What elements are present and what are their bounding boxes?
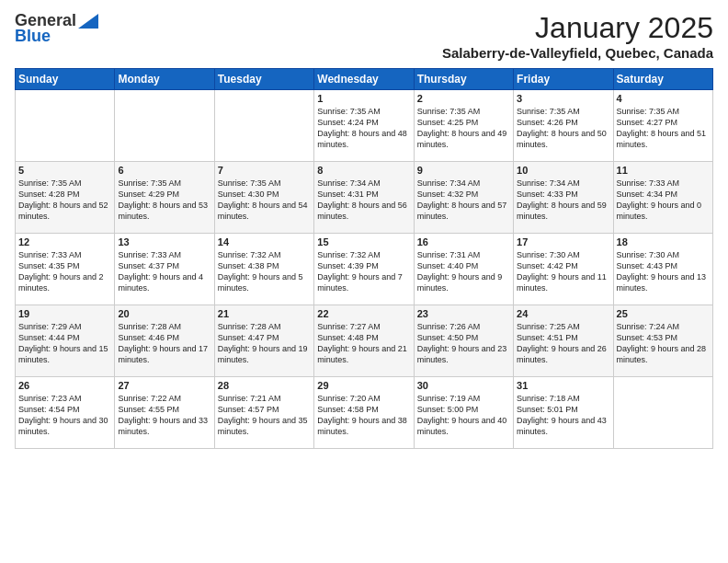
day-header-wednesday: Wednesday <box>314 69 414 90</box>
day-number: 27 <box>118 380 210 391</box>
day-header-friday: Friday <box>514 69 613 90</box>
day-number: 21 <box>218 308 311 319</box>
day-number: 31 <box>517 380 609 391</box>
calendar-cell: 9Sunrise: 7:34 AM Sunset: 4:32 PM Daylig… <box>414 162 513 234</box>
calendar-cell: 23Sunrise: 7:26 AM Sunset: 4:50 PM Dayli… <box>414 305 513 377</box>
day-number: 23 <box>417 308 510 319</box>
day-number: 17 <box>517 236 609 247</box>
day-number: 4 <box>617 93 710 104</box>
day-number: 5 <box>18 165 111 176</box>
logo-blue: Blue <box>15 27 51 46</box>
cell-content: Sunrise: 7:33 AM Sunset: 4:35 PM Dayligh… <box>18 250 106 293</box>
day-number: 9 <box>417 165 510 176</box>
cell-content: Sunrise: 7:18 AM Sunset: 5:01 PM Dayligh… <box>517 394 609 436</box>
calendar-cell: 21Sunrise: 7:28 AM Sunset: 4:47 PM Dayli… <box>214 305 313 377</box>
cell-content: Sunrise: 7:34 AM Sunset: 4:33 PM Dayligh… <box>517 178 609 221</box>
day-number: 11 <box>617 165 710 176</box>
month-title: January 2025 <box>442 11 713 45</box>
calendar-cell: 26Sunrise: 7:23 AM Sunset: 4:54 PM Dayli… <box>16 377 115 449</box>
header: General Blue January 2025 Salaberry-de-V… <box>15 11 713 61</box>
day-number: 28 <box>218 380 311 391</box>
day-number: 24 <box>517 308 609 319</box>
calendar-cell <box>16 90 115 162</box>
cell-content: Sunrise: 7:33 AM Sunset: 4:34 PM Dayligh… <box>617 178 704 221</box>
week-row: 26Sunrise: 7:23 AM Sunset: 4:54 PM Dayli… <box>16 377 713 449</box>
cell-content: Sunrise: 7:35 AM Sunset: 4:29 PM Dayligh… <box>118 178 210 221</box>
calendar-cell: 1Sunrise: 7:35 AM Sunset: 4:24 PM Daylig… <box>314 90 414 162</box>
calendar-cell <box>115 90 214 162</box>
cell-content: Sunrise: 7:34 AM Sunset: 4:31 PM Dayligh… <box>317 178 409 221</box>
day-number: 15 <box>317 236 410 247</box>
cell-content: Sunrise: 7:35 AM Sunset: 4:26 PM Dayligh… <box>517 107 609 149</box>
calendar-cell: 11Sunrise: 7:33 AM Sunset: 4:34 PM Dayli… <box>613 162 712 234</box>
calendar-cell: 31Sunrise: 7:18 AM Sunset: 5:01 PM Dayli… <box>514 377 613 449</box>
calendar-cell: 12Sunrise: 7:33 AM Sunset: 4:35 PM Dayli… <box>16 234 115 305</box>
calendar-cell: 20Sunrise: 7:28 AM Sunset: 4:46 PM Dayli… <box>115 305 214 377</box>
cell-content: Sunrise: 7:25 AM Sunset: 4:51 PM Dayligh… <box>517 322 609 364</box>
header-row: SundayMondayTuesdayWednesdayThursdayFrid… <box>16 69 713 90</box>
cell-content: Sunrise: 7:34 AM Sunset: 4:32 PM Dayligh… <box>417 178 509 221</box>
day-number: 18 <box>617 236 710 247</box>
cell-content: Sunrise: 7:24 AM Sunset: 4:53 PM Dayligh… <box>617 322 709 364</box>
calendar-cell: 28Sunrise: 7:21 AM Sunset: 4:57 PM Dayli… <box>214 377 313 449</box>
calendar-table: SundayMondayTuesdayWednesdayThursdayFrid… <box>15 68 713 449</box>
calendar-cell: 19Sunrise: 7:29 AM Sunset: 4:44 PM Dayli… <box>16 305 115 377</box>
week-row: 5Sunrise: 7:35 AM Sunset: 4:28 PM Daylig… <box>16 162 713 234</box>
day-number: 14 <box>218 236 311 247</box>
day-number: 25 <box>617 308 710 319</box>
cell-content: Sunrise: 7:35 AM Sunset: 4:28 PM Dayligh… <box>18 178 110 221</box>
calendar-cell: 8Sunrise: 7:34 AM Sunset: 4:31 PM Daylig… <box>314 162 414 234</box>
cell-content: Sunrise: 7:28 AM Sunset: 4:47 PM Dayligh… <box>218 322 310 364</box>
cell-content: Sunrise: 7:35 AM Sunset: 4:30 PM Dayligh… <box>218 178 310 221</box>
calendar-cell: 7Sunrise: 7:35 AM Sunset: 4:30 PM Daylig… <box>214 162 313 234</box>
calendar-cell: 13Sunrise: 7:33 AM Sunset: 4:37 PM Dayli… <box>115 234 214 305</box>
day-number: 8 <box>317 165 410 176</box>
day-number: 22 <box>317 308 410 319</box>
day-number: 20 <box>118 308 210 319</box>
title-block: January 2025 Salaberry-de-Valleyfield, Q… <box>442 11 713 61</box>
calendar-cell: 14Sunrise: 7:32 AM Sunset: 4:38 PM Dayli… <box>214 234 313 305</box>
cell-content: Sunrise: 7:23 AM Sunset: 4:54 PM Dayligh… <box>18 394 110 436</box>
day-number: 29 <box>317 380 410 391</box>
calendar-cell <box>613 377 712 449</box>
calendar-cell: 10Sunrise: 7:34 AM Sunset: 4:33 PM Dayli… <box>514 162 613 234</box>
day-number: 16 <box>417 236 510 247</box>
day-number: 19 <box>18 308 111 319</box>
svg-marker-0 <box>78 14 98 29</box>
day-number: 1 <box>317 93 410 104</box>
cell-content: Sunrise: 7:30 AM Sunset: 4:42 PM Dayligh… <box>517 250 609 293</box>
calendar-cell: 5Sunrise: 7:35 AM Sunset: 4:28 PM Daylig… <box>16 162 115 234</box>
day-number: 10 <box>517 165 609 176</box>
week-row: 1Sunrise: 7:35 AM Sunset: 4:24 PM Daylig… <box>16 90 713 162</box>
day-number: 3 <box>517 93 609 104</box>
day-header-thursday: Thursday <box>414 69 513 90</box>
cell-content: Sunrise: 7:27 AM Sunset: 4:48 PM Dayligh… <box>317 322 409 364</box>
calendar-cell: 15Sunrise: 7:32 AM Sunset: 4:39 PM Dayli… <box>314 234 414 305</box>
day-number: 26 <box>18 380 111 391</box>
day-header-saturday: Saturday <box>613 69 712 90</box>
calendar-cell: 6Sunrise: 7:35 AM Sunset: 4:29 PM Daylig… <box>115 162 214 234</box>
calendar-cell: 30Sunrise: 7:19 AM Sunset: 5:00 PM Dayli… <box>414 377 513 449</box>
week-row: 12Sunrise: 7:33 AM Sunset: 4:35 PM Dayli… <box>16 234 713 305</box>
week-row: 19Sunrise: 7:29 AM Sunset: 4:44 PM Dayli… <box>16 305 713 377</box>
calendar-cell: 4Sunrise: 7:35 AM Sunset: 4:27 PM Daylig… <box>613 90 712 162</box>
calendar-cell: 24Sunrise: 7:25 AM Sunset: 4:51 PM Dayli… <box>514 305 613 377</box>
calendar-cell: 29Sunrise: 7:20 AM Sunset: 4:58 PM Dayli… <box>314 377 414 449</box>
calendar-cell: 27Sunrise: 7:22 AM Sunset: 4:55 PM Dayli… <box>115 377 214 449</box>
calendar-cell: 25Sunrise: 7:24 AM Sunset: 4:53 PM Dayli… <box>613 305 712 377</box>
day-number: 7 <box>218 165 311 176</box>
cell-content: Sunrise: 7:35 AM Sunset: 4:27 PM Dayligh… <box>617 107 709 149</box>
cell-content: Sunrise: 7:32 AM Sunset: 4:39 PM Dayligh… <box>317 250 404 293</box>
calendar-cell: 2Sunrise: 7:35 AM Sunset: 4:25 PM Daylig… <box>414 90 513 162</box>
day-number: 2 <box>417 93 510 104</box>
page: General Blue January 2025 Salaberry-de-V… <box>0 0 728 563</box>
day-number: 13 <box>118 236 210 247</box>
day-header-tuesday: Tuesday <box>214 69 313 90</box>
day-number: 12 <box>18 236 111 247</box>
calendar-cell: 22Sunrise: 7:27 AM Sunset: 4:48 PM Dayli… <box>314 305 414 377</box>
day-number: 6 <box>118 165 210 176</box>
calendar-cell <box>214 90 313 162</box>
cell-content: Sunrise: 7:32 AM Sunset: 4:38 PM Dayligh… <box>218 250 305 293</box>
cell-content: Sunrise: 7:19 AM Sunset: 5:00 PM Dayligh… <box>417 394 509 436</box>
cell-content: Sunrise: 7:30 AM Sunset: 4:43 PM Dayligh… <box>617 250 709 293</box>
